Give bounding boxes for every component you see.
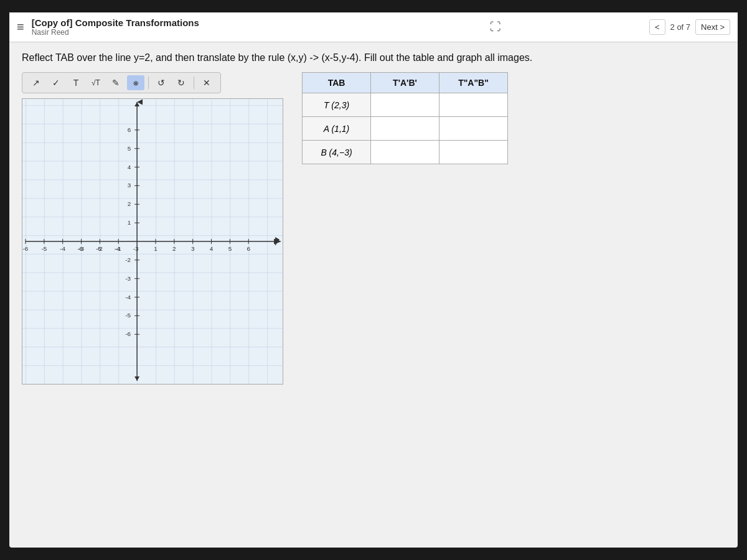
point-t-double-prime[interactable] <box>439 93 508 117</box>
point-t: T (2,3) <box>303 93 371 117</box>
svg-text:-6: -6 <box>23 245 29 252</box>
header-center: ⛶ <box>341 21 649 34</box>
svg-text:5: 5 <box>128 145 131 152</box>
table-row: B (4,−3) <box>303 141 508 164</box>
toolbar: ↗ ✓ T √T ✎ ⎈ ↺ ↻ ✕ <box>22 72 221 93</box>
svg-text:-3: -3 <box>78 245 84 252</box>
point-b: B (4,−3) <box>303 141 371 164</box>
point-t-prime[interactable] <box>371 93 439 117</box>
instruction-text: Reflect TAB over the line y=2, and then … <box>22 52 725 63</box>
svg-text:-2: -2 <box>97 245 103 252</box>
user-subtitle: Nasir Reed <box>32 28 341 37</box>
svg-text:6: 6 <box>128 126 131 133</box>
svg-text:4: 4 <box>210 245 214 252</box>
left-panel: ↗ ✓ T √T ✎ ⎈ ↺ ↻ ✕ <box>22 72 283 385</box>
tool-draw[interactable]: ⎈ <box>127 75 144 90</box>
svg-text:-2: -2 <box>125 256 131 263</box>
svg-text:1: 1 <box>128 219 131 226</box>
menu-icon[interactable]: ≡ <box>17 20 24 34</box>
tool-check[interactable]: ✓ <box>47 75 65 90</box>
svg-text:5: 5 <box>228 245 232 252</box>
svg-text:-3: -3 <box>133 245 139 252</box>
tool-redo[interactable]: ↻ <box>172 75 190 90</box>
svg-text:1: 1 <box>154 245 157 252</box>
expand-icon[interactable]: ⛶ <box>490 21 500 34</box>
content-area: Reflect TAB over the line y=2, and then … <box>9 42 738 548</box>
svg-text:2: 2 <box>128 200 131 207</box>
point-a-double-prime[interactable] <box>439 117 508 141</box>
svg-text:-5: -5 <box>125 312 131 319</box>
header-right: < 2 of 7 Next > <box>649 19 730 35</box>
point-b-double-prime[interactable] <box>439 141 508 164</box>
data-table: TAB T'A'B' T"A"B" T (2,3) A (1,1) <box>302 72 508 164</box>
svg-text:-5: -5 <box>41 245 47 252</box>
svg-text:-4: -4 <box>125 294 131 301</box>
prev-button[interactable]: < <box>649 19 665 35</box>
tool-text[interactable]: T <box>67 75 85 90</box>
point-a: A (1,1) <box>303 117 371 141</box>
svg-text:-3: -3 <box>125 275 131 282</box>
svg-text:6: 6 <box>247 245 250 252</box>
title-block: [Copy of] Composite Transformations Nasi… <box>32 17 341 37</box>
toolbar-separator <box>148 77 149 89</box>
svg-text:3: 3 <box>191 245 195 252</box>
point-b-prime[interactable] <box>371 141 439 164</box>
svg-text:-1: -1 <box>116 245 121 252</box>
tool-pencil[interactable]: ✎ <box>107 75 125 90</box>
tool-undo[interactable]: ↺ <box>153 75 170 90</box>
table-row: T (2,3) <box>303 93 508 117</box>
svg-text:3: 3 <box>128 182 131 189</box>
graph-svg: -6 -5 -4 -3 -6 -5 -4 -3 -2 -1 1 2 <box>22 99 283 384</box>
col-header-tab: TAB <box>303 73 371 93</box>
svg-text:-4: -4 <box>60 245 65 252</box>
next-button[interactable]: Next > <box>695 19 730 35</box>
tool-select[interactable]: ↗ <box>27 75 45 90</box>
right-panel: TAB T'A'B' T"A"B" T (2,3) A (1,1) <box>302 72 508 164</box>
work-area: ↗ ✓ T √T ✎ ⎈ ↺ ↻ ✕ <box>22 72 725 385</box>
point-a-prime[interactable] <box>371 117 439 141</box>
svg-text:-6: -6 <box>125 330 131 337</box>
svg-text:4: 4 <box>128 164 131 170</box>
page-info: 2 of 7 <box>670 22 691 32</box>
col-header-tab-double-prime: T"A"B" <box>439 73 508 93</box>
graph-container[interactable]: -6 -5 -4 -3 -6 -5 -4 -3 -2 -1 1 2 <box>22 98 283 385</box>
main-container: ≡ [Copy of] Composite Transformations Na… <box>9 12 738 548</box>
tool-sqrt[interactable]: √T <box>87 76 105 90</box>
header: ≡ [Copy of] Composite Transformations Na… <box>9 12 738 42</box>
col-header-tab-prime: T'A'B' <box>371 73 439 93</box>
svg-text:2: 2 <box>172 245 176 252</box>
tool-delete[interactable]: ✕ <box>198 75 215 90</box>
table-row: A (1,1) <box>303 117 508 141</box>
page-title: [Copy of] Composite Transformations <box>32 17 341 28</box>
toolbar-separator-2 <box>194 77 194 89</box>
